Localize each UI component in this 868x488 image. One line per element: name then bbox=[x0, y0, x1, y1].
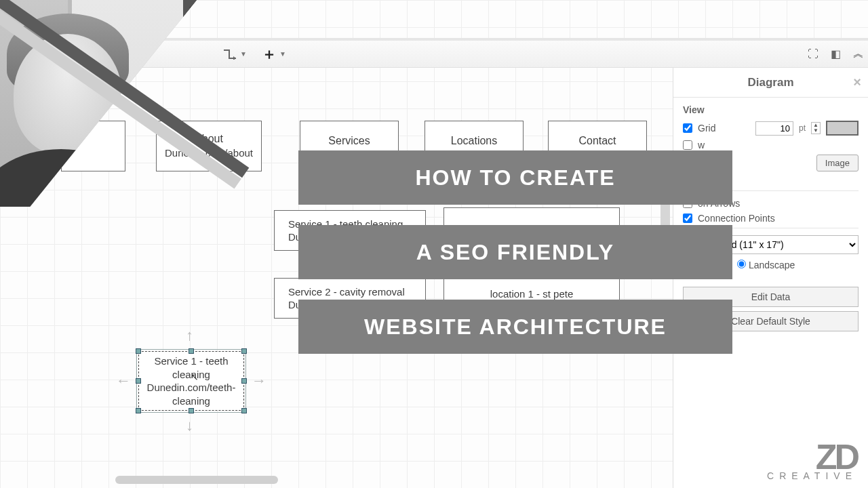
grid-label: Grid bbox=[698, 123, 715, 134]
diagram-canvas[interactable]: ▼ ＋ ▼ ⛶ ◧ ︽ About Dunedin.com/about Serv… bbox=[0, 0, 868, 488]
arrow-down-icon[interactable]: ↓ bbox=[186, 416, 193, 436]
background-image-button[interactable]: Image bbox=[816, 155, 859, 171]
panel-title: Diagram bbox=[747, 76, 793, 89]
grid-color-swatch[interactable] bbox=[826, 121, 859, 136]
collapse-panel-icon[interactable]: ︽ bbox=[849, 45, 868, 62]
node-title: Contact bbox=[578, 134, 616, 148]
connector-style-dropdown[interactable]: ▼ bbox=[217, 46, 252, 62]
pageview-label: w bbox=[698, 140, 705, 150]
grid-size-stepper[interactable]: ▲▼ bbox=[811, 122, 821, 134]
node-about[interactable]: About Dunedin.com/about bbox=[156, 121, 262, 171]
grid-size-input[interactable] bbox=[755, 121, 793, 136]
cursor-icon: ↖ bbox=[191, 371, 199, 383]
plus-icon: ＋ bbox=[262, 44, 277, 64]
caret-down-icon: ▼ bbox=[279, 50, 286, 58]
node-selected[interactable]: Service 1 - teeth cleaning Dunedin.com/t… bbox=[138, 351, 244, 411]
format-panel-toggle-icon[interactable]: ◧ bbox=[827, 46, 845, 62]
node-title: Services bbox=[328, 134, 370, 148]
close-icon[interactable]: × bbox=[853, 75, 861, 90]
arrow-up-icon[interactable]: ↑ bbox=[186, 326, 193, 346]
logo-initials: ZD bbox=[767, 443, 857, 472]
connection-points-label: Connection Points bbox=[698, 213, 775, 224]
overlay-line-2: A SEO FRIENDLY bbox=[298, 225, 732, 279]
panel-header: Diagram × bbox=[673, 68, 868, 98]
sel-line: cleaning bbox=[172, 394, 210, 408]
orientation-landscape[interactable]: Landscape bbox=[737, 260, 795, 270]
logo-subtitle: CREATIVE bbox=[767, 470, 857, 481]
overlay-line-3: WEBSITE ARCHITECTURE bbox=[298, 300, 732, 354]
arrow-right-icon[interactable]: → bbox=[252, 371, 267, 391]
caret-down-icon: ▼ bbox=[240, 50, 247, 58]
connection-points-checkbox[interactable] bbox=[683, 214, 692, 223]
node-url: Dunedin.com/about bbox=[165, 146, 253, 160]
overlay-line-1: HOW TO CREATE bbox=[298, 150, 732, 205]
node-title: About bbox=[195, 132, 223, 146]
node-title: Locations bbox=[451, 134, 498, 148]
webcam-overlay bbox=[0, 0, 197, 207]
elbow-connector-icon bbox=[222, 49, 237, 60]
pageview-checkbox[interactable] bbox=[683, 140, 692, 150]
node-title: location 1 - st pete bbox=[490, 287, 574, 301]
add-shape-dropdown[interactable]: ＋ ▼ bbox=[256, 41, 292, 67]
grid-checkbox[interactable] bbox=[683, 123, 692, 133]
fullscreen-icon[interactable]: ⛶ bbox=[804, 47, 823, 62]
brand-logo: ZD CREATIVE bbox=[767, 443, 857, 481]
arrow-left-icon[interactable]: ← bbox=[116, 371, 131, 391]
sel-line: Service 1 - teeth bbox=[154, 354, 228, 368]
node-title: Service 2 - cavity removal bbox=[288, 285, 405, 299]
horizontal-scrollbar[interactable] bbox=[115, 476, 278, 484]
view-heading: View bbox=[683, 104, 859, 115]
grid-unit: pt bbox=[799, 123, 806, 133]
